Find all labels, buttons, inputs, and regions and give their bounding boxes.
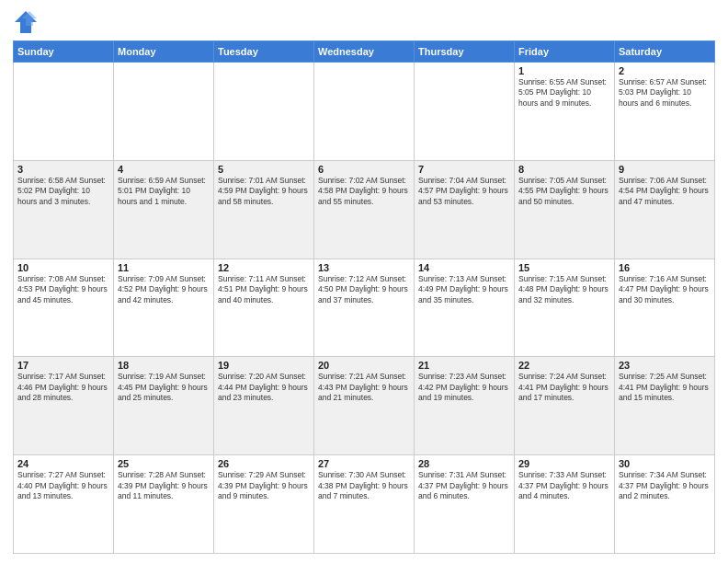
day-number: 11	[118, 262, 210, 273]
calendar-cell: 5Sunrise: 7:01 AM Sunset: 4:59 PM Daylig…	[214, 160, 314, 259]
calendar-cell: 13Sunrise: 7:12 AM Sunset: 4:50 PM Dayli…	[314, 259, 415, 357]
day-number: 16	[619, 262, 711, 273]
day-info: Sunrise: 7:28 AM Sunset: 4:39 PM Dayligh…	[118, 470, 210, 501]
calendar-cell: 9Sunrise: 7:06 AM Sunset: 4:54 PM Daylig…	[615, 160, 715, 259]
day-info: Sunrise: 6:59 AM Sunset: 5:01 PM Dayligh…	[118, 176, 210, 207]
day-info: Sunrise: 7:05 AM Sunset: 4:55 PM Dayligh…	[518, 176, 610, 207]
day-number: 5	[218, 164, 310, 175]
calendar-table: SundayMondayTuesdayWednesdayThursdayFrid…	[13, 40, 715, 554]
day-number: 8	[518, 164, 610, 175]
day-info: Sunrise: 6:58 AM Sunset: 5:02 PM Dayligh…	[17, 176, 109, 207]
calendar-cell: 28Sunrise: 7:31 AM Sunset: 4:37 PM Dayli…	[415, 455, 515, 554]
calendar-cell: 11Sunrise: 7:09 AM Sunset: 4:52 PM Dayli…	[114, 259, 214, 357]
header	[13, 9, 715, 35]
calendar-cell	[214, 63, 314, 161]
day-number: 22	[518, 360, 610, 371]
day-number: 1	[518, 65, 610, 76]
calendar-row-2: 3Sunrise: 6:58 AM Sunset: 5:02 PM Daylig…	[14, 160, 715, 259]
day-info: Sunrise: 7:11 AM Sunset: 4:51 PM Dayligh…	[218, 274, 310, 305]
calendar-header-row: SundayMondayTuesdayWednesdayThursdayFrid…	[14, 41, 715, 63]
calendar-cell: 14Sunrise: 7:13 AM Sunset: 4:49 PM Dayli…	[415, 259, 515, 357]
calendar-cell: 29Sunrise: 7:33 AM Sunset: 4:37 PM Dayli…	[515, 455, 615, 554]
day-info: Sunrise: 7:31 AM Sunset: 4:37 PM Dayligh…	[418, 470, 510, 501]
col-header-sunday: Sunday	[14, 41, 114, 63]
calendar-cell: 12Sunrise: 7:11 AM Sunset: 4:51 PM Dayli…	[214, 259, 314, 357]
day-number: 26	[218, 458, 310, 469]
day-info: Sunrise: 7:06 AM Sunset: 4:54 PM Dayligh…	[619, 176, 711, 207]
calendar-cell: 21Sunrise: 7:23 AM Sunset: 4:42 PM Dayli…	[415, 357, 515, 455]
day-info: Sunrise: 7:27 AM Sunset: 4:40 PM Dayligh…	[17, 470, 109, 501]
col-header-tuesday: Tuesday	[214, 41, 314, 63]
day-number: 29	[518, 458, 610, 469]
calendar-cell: 4Sunrise: 6:59 AM Sunset: 5:01 PM Daylig…	[114, 160, 214, 259]
calendar-cell: 15Sunrise: 7:15 AM Sunset: 4:48 PM Dayli…	[515, 259, 615, 357]
day-number: 20	[318, 360, 410, 371]
logo-icon	[13, 9, 39, 35]
day-info: Sunrise: 7:01 AM Sunset: 4:59 PM Dayligh…	[218, 176, 310, 207]
day-number: 27	[318, 458, 410, 469]
calendar-cell: 20Sunrise: 7:21 AM Sunset: 4:43 PM Dayli…	[314, 357, 415, 455]
day-info: Sunrise: 7:25 AM Sunset: 4:41 PM Dayligh…	[619, 372, 711, 403]
calendar-cell: 18Sunrise: 7:19 AM Sunset: 4:45 PM Dayli…	[114, 357, 214, 455]
col-header-monday: Monday	[114, 41, 214, 63]
calendar-cell: 1Sunrise: 6:55 AM Sunset: 5:05 PM Daylig…	[515, 63, 615, 161]
day-number: 14	[418, 262, 510, 273]
calendar-cell: 2Sunrise: 6:57 AM Sunset: 5:03 PM Daylig…	[615, 63, 715, 161]
day-info: Sunrise: 7:19 AM Sunset: 4:45 PM Dayligh…	[118, 372, 210, 403]
day-number: 3	[17, 164, 109, 175]
calendar-cell: 25Sunrise: 7:28 AM Sunset: 4:39 PM Dayli…	[114, 455, 214, 554]
day-info: Sunrise: 7:34 AM Sunset: 4:37 PM Dayligh…	[619, 470, 711, 501]
calendar-row-4: 17Sunrise: 7:17 AM Sunset: 4:46 PM Dayli…	[14, 357, 715, 455]
day-number: 21	[418, 360, 510, 371]
day-number: 28	[418, 458, 510, 469]
day-info: Sunrise: 7:13 AM Sunset: 4:49 PM Dayligh…	[418, 274, 510, 305]
day-info: Sunrise: 6:57 AM Sunset: 5:03 PM Dayligh…	[619, 77, 711, 109]
day-number: 19	[218, 360, 310, 371]
day-info: Sunrise: 7:24 AM Sunset: 4:41 PM Dayligh…	[518, 372, 610, 403]
day-number: 7	[418, 164, 510, 175]
day-info: Sunrise: 7:29 AM Sunset: 4:39 PM Dayligh…	[218, 470, 310, 501]
day-info: Sunrise: 7:09 AM Sunset: 4:52 PM Dayligh…	[118, 274, 210, 305]
calendar-cell: 30Sunrise: 7:34 AM Sunset: 4:37 PM Dayli…	[615, 455, 715, 554]
day-info: Sunrise: 7:08 AM Sunset: 4:53 PM Dayligh…	[17, 274, 109, 305]
day-info: Sunrise: 7:20 AM Sunset: 4:44 PM Dayligh…	[218, 372, 310, 403]
col-header-wednesday: Wednesday	[314, 41, 415, 63]
day-number: 15	[518, 262, 610, 273]
day-number: 18	[118, 360, 210, 371]
day-number: 12	[218, 262, 310, 273]
calendar-row-1: 1Sunrise: 6:55 AM Sunset: 5:05 PM Daylig…	[14, 63, 715, 161]
day-number: 10	[17, 262, 109, 273]
col-header-friday: Friday	[515, 41, 615, 63]
day-number: 4	[118, 164, 210, 175]
calendar-row-3: 10Sunrise: 7:08 AM Sunset: 4:53 PM Dayli…	[14, 259, 715, 357]
day-number: 6	[318, 164, 410, 175]
calendar-cell: 27Sunrise: 7:30 AM Sunset: 4:38 PM Dayli…	[314, 455, 415, 554]
page: SundayMondayTuesdayWednesdayThursdayFrid…	[0, 0, 728, 563]
calendar-cell: 19Sunrise: 7:20 AM Sunset: 4:44 PM Dayli…	[214, 357, 314, 455]
calendar-cell: 7Sunrise: 7:04 AM Sunset: 4:57 PM Daylig…	[415, 160, 515, 259]
col-header-saturday: Saturday	[615, 41, 715, 63]
day-number: 30	[619, 458, 711, 469]
calendar-cell	[114, 63, 214, 161]
calendar-cell: 24Sunrise: 7:27 AM Sunset: 4:40 PM Dayli…	[14, 455, 114, 554]
day-info: Sunrise: 7:33 AM Sunset: 4:37 PM Dayligh…	[518, 470, 610, 501]
day-info: Sunrise: 7:12 AM Sunset: 4:50 PM Dayligh…	[318, 274, 410, 305]
calendar-row-5: 24Sunrise: 7:27 AM Sunset: 4:40 PM Dayli…	[14, 455, 715, 554]
day-number: 13	[318, 262, 410, 273]
day-info: Sunrise: 7:16 AM Sunset: 4:47 PM Dayligh…	[619, 274, 711, 305]
day-number: 17	[17, 360, 109, 371]
day-info: Sunrise: 7:15 AM Sunset: 4:48 PM Dayligh…	[518, 274, 610, 305]
day-number: 9	[619, 164, 711, 175]
col-header-thursday: Thursday	[415, 41, 515, 63]
day-info: Sunrise: 7:30 AM Sunset: 4:38 PM Dayligh…	[318, 470, 410, 501]
calendar-cell: 23Sunrise: 7:25 AM Sunset: 4:41 PM Dayli…	[615, 357, 715, 455]
day-info: Sunrise: 6:55 AM Sunset: 5:05 PM Dayligh…	[518, 77, 610, 109]
calendar-cell: 26Sunrise: 7:29 AM Sunset: 4:39 PM Dayli…	[214, 455, 314, 554]
calendar-cell: 8Sunrise: 7:05 AM Sunset: 4:55 PM Daylig…	[515, 160, 615, 259]
day-number: 23	[619, 360, 711, 371]
day-info: Sunrise: 7:02 AM Sunset: 4:58 PM Dayligh…	[318, 176, 410, 207]
day-info: Sunrise: 7:21 AM Sunset: 4:43 PM Dayligh…	[318, 372, 410, 403]
calendar-cell	[14, 63, 114, 161]
logo	[13, 9, 42, 35]
calendar-cell: 6Sunrise: 7:02 AM Sunset: 4:58 PM Daylig…	[314, 160, 415, 259]
